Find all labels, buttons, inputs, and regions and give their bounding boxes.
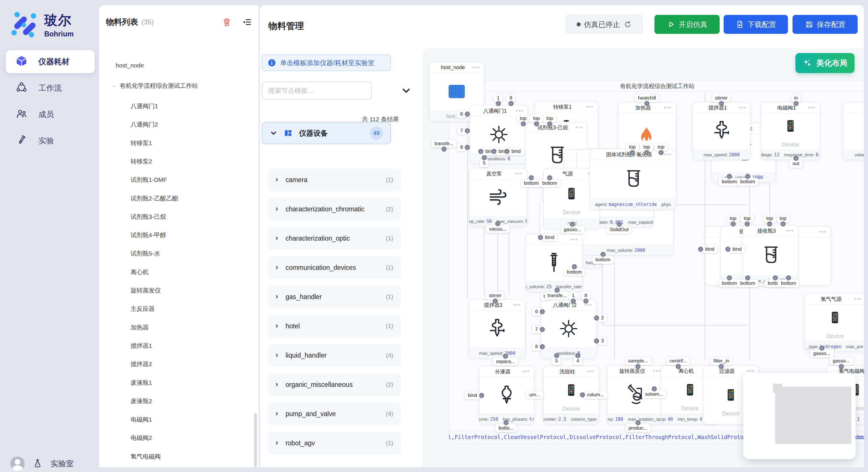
port-label-bind[interactable]: bind› — [508, 147, 524, 156]
category-organic_miscellaneous[interactable]: ›organic_miscellaneous(2) — [268, 373, 401, 396]
category-gas_handler[interactable]: ›gas_handler(1) — [268, 285, 401, 308]
port-label-top[interactable]: top› — [776, 214, 789, 223]
port-dot-icon[interactable]: › — [534, 121, 539, 127]
port-label-top[interactable]: top› — [530, 114, 543, 123]
refresh-icon[interactable] — [623, 20, 632, 29]
port-label-bind[interactable]: bind› — [542, 233, 557, 241]
port-dot-icon[interactable]: › — [644, 150, 649, 155]
port-dot-icon[interactable]: › — [636, 364, 641, 369]
port-dot-icon[interactable]: › — [521, 121, 526, 127]
node-电磁阀1[interactable]: 电磁阀1•••Devicevoltage: 12response_time: 0… — [761, 102, 820, 160]
search-input[interactable] — [262, 82, 372, 100]
port-dot-icon[interactable]: › — [719, 101, 724, 106]
port-label-3[interactable]: 3› — [598, 337, 607, 345]
port-dot-icon[interactable]: › — [503, 353, 508, 359]
port-label-sample...[interactable]: sample...› — [625, 357, 651, 365]
tree-item[interactable]: 废液瓶2 — [131, 397, 152, 405]
port-dot-icon[interactable]: › — [745, 174, 750, 179]
tree-item[interactable]: 试剂瓶5-水 — [131, 249, 160, 258]
port-label-8[interactable]: 8› — [457, 143, 466, 151]
port-label-bottom[interactable]: bottom› — [719, 178, 740, 186]
tree-item[interactable]: 八通阀门1 — [131, 102, 158, 110]
port-label-5[interactable]: 5› — [479, 159, 489, 167]
node-menu-icon[interactable]: ••• — [653, 368, 661, 374]
port-label-um...[interactable]: um... — [526, 391, 544, 399]
node-menu-icon[interactable]: ••• — [515, 170, 523, 177]
port-dot-icon[interactable]: › — [465, 111, 470, 117]
port-label-filter_in[interactable]: filter_in› — [710, 357, 733, 365]
port-label-gasso...[interactable]: gasso...› — [830, 357, 853, 365]
node-氢气气源[interactable]: 氢气气源•••Device_type: hydrogenmax_pre — [804, 293, 864, 352]
chevron-down-icon[interactable]: ⌄ — [112, 82, 116, 89]
port-label-bottom[interactable]: bottom› — [539, 179, 560, 187]
port-label-top[interactable]: top› — [763, 214, 776, 223]
node-menu-icon[interactable]: ••• — [576, 124, 583, 131]
tree-item[interactable]: 离心机 — [131, 268, 149, 276]
port-label-stirrer[interactable]: stirrer› — [486, 292, 504, 300]
port-label-bind[interactable]: bind› — [730, 245, 745, 253]
port-dot-icon[interactable]: › — [504, 149, 509, 154]
port-label-colum...[interactable]: colum...› — [584, 391, 608, 399]
port-dot-icon[interactable]: › — [698, 247, 703, 252]
port-label-7[interactable]: 7› — [532, 326, 541, 334]
port-label-gasso...[interactable]: gasso...› — [561, 226, 584, 234]
node-menu-icon[interactable]: ••• — [587, 368, 595, 375]
sidebar-item-实验[interactable]: 实验 — [6, 129, 95, 152]
port-label-top[interactable]: top› — [741, 214, 754, 223]
port-label-bottom[interactable]: bottom› — [737, 279, 758, 287]
node-真空泵[interactable]: 真空泵•••pump_rate: 50max_vacuum: 0.1 — [469, 168, 527, 227]
tree-item[interactable]: ⌄有机化学流程综合测试工作站 — [112, 82, 198, 90]
port-dot-icon[interactable]: › — [617, 222, 622, 227]
port-dot-icon[interactable]: › — [555, 288, 560, 293]
port-dot-icon[interactable]: › — [731, 222, 736, 227]
port-dot-icon[interactable]: › — [794, 156, 799, 161]
port-label-7[interactable]: 7› — [457, 127, 466, 135]
category-hotel[interactable]: ›hotel(1) — [268, 315, 401, 337]
port-dot-icon[interactable]: › — [583, 299, 588, 304]
tree-item[interactable]: 电磁阀2 — [131, 434, 152, 442]
port-label-out[interactable]: out› — [789, 160, 803, 168]
port-label-transfe...[interactable]: transfe...› — [545, 292, 570, 300]
port-dot-icon[interactable]: › — [676, 364, 681, 369]
port-label-produc...[interactable]: produc...› — [625, 424, 651, 432]
port-dot-icon[interactable]: › — [658, 150, 663, 155]
node-搅拌器1[interactable]: 搅拌器1•••max_speed: 2000 — [693, 102, 751, 160]
port-dot-icon[interactable]: › — [780, 222, 786, 227]
category-liquid_handler[interactable]: ›liquid_handler(4) — [268, 344, 401, 367]
node-card[interactable]: •••voltage: 12 — [843, 102, 864, 160]
port-dot-icon[interactable]: › — [819, 345, 825, 351]
chevron-down-icon[interactable] — [401, 86, 411, 96]
node-menu-icon[interactable]: ••• — [664, 104, 672, 111]
port-dot-icon[interactable]: › — [727, 174, 732, 179]
tree-item[interactable]: 转移泵2 — [131, 158, 152, 165]
node-menu-icon[interactable]: ••• — [522, 368, 530, 375]
port-label-vacuu...[interactable]: vacuu...› — [486, 225, 509, 233]
minimap[interactable] — [743, 373, 856, 459]
tree-item[interactable]: 旋转蒸发仪 — [131, 286, 161, 295]
port-dot-icon[interactable]: › — [465, 145, 470, 150]
port-dot-icon[interactable]: › — [538, 235, 543, 240]
port-dot-icon[interactable]: › — [745, 275, 750, 280]
category-robot_agv[interactable]: ›robot_agv(1) — [268, 432, 401, 454]
avatar[interactable] — [10, 457, 25, 471]
sidebar-item-工作流[interactable]: 工作流 — [6, 76, 95, 100]
port-dot-icon[interactable]: › — [478, 149, 484, 154]
tree-item[interactable]: 搅拌器1 — [131, 342, 152, 350]
port-dot-icon[interactable]: › — [465, 128, 470, 133]
node-搅拌器2[interactable]: 搅拌器2•••max_speed: 2000 — [469, 299, 525, 359]
download-config-button[interactable]: 下载配置 — [724, 15, 788, 34]
port-dot-icon[interactable]: › — [482, 155, 487, 160]
port-dot-icon[interactable]: › — [493, 299, 498, 304]
port-dot-icon[interactable]: › — [767, 222, 772, 227]
tree-item[interactable]: 试剂瓶3-己烷 — [131, 213, 166, 221]
materials-scrollbar[interactable] — [254, 413, 257, 467]
port-dot-icon[interactable]: › — [547, 175, 552, 180]
node-menu-icon[interactable]: ••• — [739, 104, 746, 111]
save-config-button[interactable]: 保存配置 — [793, 15, 858, 34]
port-dot-icon[interactable]: › — [495, 221, 500, 226]
sidebar-item-成员[interactable]: 成员 — [6, 103, 95, 126]
lab-label[interactable]: 实验室 — [51, 459, 74, 469]
port-label-top[interactable]: top› — [640, 143, 653, 151]
port-dot-icon[interactable]: › — [786, 275, 791, 280]
port-dot-icon[interactable]: › — [594, 315, 599, 321]
